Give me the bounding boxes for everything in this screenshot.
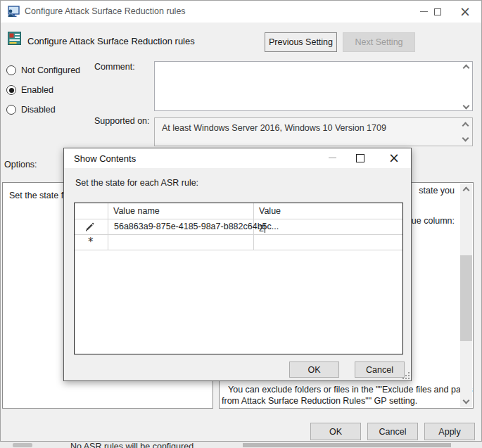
- minimize-icon: [329, 158, 336, 158]
- comment-label: Comment:: [94, 62, 135, 72]
- show-contents-dialog: Show Contents × Set the state for each A…: [63, 148, 412, 381]
- show-contents-instruction: Set the state for each ASR rule:: [75, 178, 198, 188]
- help-exclude-line-2: from Attack Surface Reduction Rules"" GP…: [222, 396, 417, 406]
- help-exclude-line-1: You can exclude folders or files in the …: [228, 385, 473, 395]
- new-row-asterisk-icon: *: [88, 236, 94, 248]
- group-policy-window-icon: [7, 6, 20, 18]
- radio-circle: [6, 105, 16, 115]
- cell-value-text: 2: [259, 224, 264, 233]
- apply-button[interactable]: Apply: [424, 423, 475, 440]
- radio-label: Not Configured: [21, 65, 80, 75]
- radio-not-configured[interactable]: Not Configured: [6, 65, 80, 76]
- window-title: Configure Attack Surface Reduction rules: [25, 6, 186, 16]
- radio-circle-selected: [6, 85, 16, 95]
- supported-on-box: At least Windows Server 2016, Windows 10…: [154, 117, 473, 146]
- supported-on-value: At least Windows Server 2016, Windows 10…: [162, 123, 386, 133]
- show-contents-title: Show Contents: [74, 153, 136, 164]
- help-scrollbar[interactable]: [460, 184, 472, 407]
- modal-minimize-button[interactable]: [323, 148, 341, 167]
- grid-line: [75, 219, 402, 219]
- show-contents-titlebar[interactable]: Show Contents ×: [64, 148, 411, 168]
- background-window-strip: No ASR rules will be configured: [0, 442, 482, 448]
- supported-scroll-up-icon[interactable]: [462, 122, 469, 129]
- close-button[interactable]: ×: [453, 1, 477, 23]
- scrollbar-thumb[interactable]: [460, 255, 472, 341]
- cell-value-editing[interactable]: 2: [259, 222, 265, 234]
- next-setting-button[interactable]: Next Setting: [343, 32, 415, 52]
- options-label: Options:: [4, 160, 37, 169]
- grid-line: [75, 250, 402, 250]
- maximize-icon: [356, 154, 364, 162]
- column-header-value-name[interactable]: Value name: [113, 206, 160, 216]
- main-titlebar[interactable]: Configure Attack Surface Reduction rules…: [1, 1, 481, 23]
- radio-label: Enabled: [21, 85, 53, 95]
- show-contents-ok-button[interactable]: OK: [289, 361, 339, 378]
- supported-on-label: Supported on:: [94, 116, 150, 126]
- ok-button[interactable]: OK: [310, 423, 361, 440]
- show-contents-cancel-button[interactable]: Cancel: [355, 361, 405, 378]
- radio-circle: [6, 65, 16, 75]
- modal-maximize-button[interactable]: [351, 148, 369, 167]
- scroll-down-icon[interactable]: [463, 397, 470, 404]
- resize-grip[interactable]: [402, 372, 410, 379]
- maximize-icon: [434, 8, 441, 15]
- close-icon: ×: [388, 151, 400, 165]
- scroll-up-icon[interactable]: [463, 187, 470, 194]
- cell-value-name[interactable]: 56a863a9-875e-4185-98a7-b882c64b5c...: [114, 222, 279, 231]
- edit-row-pencil-icon: [85, 222, 94, 231]
- grid-line: [75, 234, 402, 235]
- previous-setting-button[interactable]: Previous Setting: [265, 32, 337, 52]
- options-panel-text: Set the state for: [9, 191, 71, 200]
- supported-scroll-down-icon[interactable]: [462, 135, 469, 142]
- background-clipped-text: No ASR rules will be configured: [70, 442, 194, 448]
- column-header-value[interactable]: Value: [259, 206, 281, 216]
- modal-close-button[interactable]: ×: [385, 148, 403, 167]
- asr-rules-table: Value name Value 56a863a9-875e-4185-98a7…: [74, 203, 403, 354]
- help-fragment-1: state you: [419, 186, 455, 196]
- radio-label: Disabled: [21, 105, 56, 115]
- policy-setting-icon: [8, 32, 21, 45]
- comment-input[interactable]: [154, 61, 473, 111]
- setting-title: Configure Attack Surface Reduction rules: [27, 36, 195, 46]
- radio-enabled[interactable]: Enabled: [6, 84, 53, 96]
- maximize-button[interactable]: [427, 1, 448, 23]
- radio-disabled[interactable]: Disabled: [6, 104, 56, 115]
- text-caret: [265, 224, 265, 233]
- cancel-button[interactable]: Cancel: [367, 423, 418, 440]
- grid-line: [108, 203, 108, 250]
- screen: No ASR rules will be configured Configur…: [0, 0, 482, 448]
- background-gray-bar: [243, 443, 451, 447]
- close-icon: ×: [459, 5, 471, 18]
- background-scrollbar-fragment: [13, 443, 32, 447]
- minimize-icon: [420, 11, 428, 12]
